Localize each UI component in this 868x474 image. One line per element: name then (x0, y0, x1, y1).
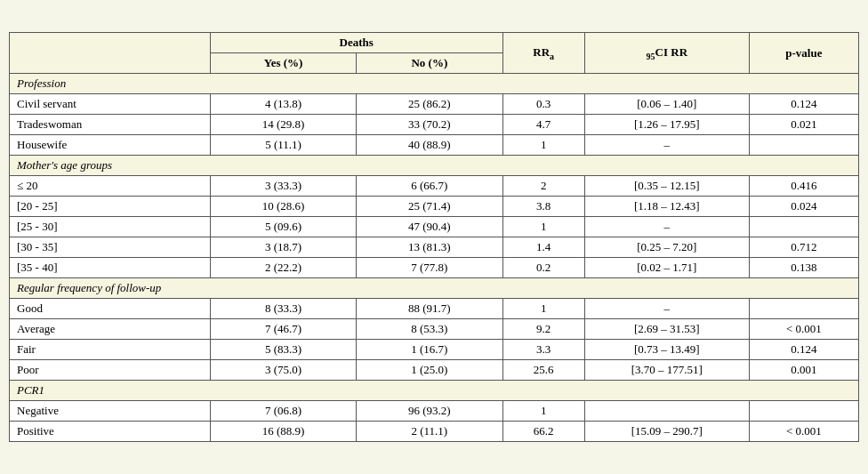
row-label: [20 - 25] (10, 197, 211, 217)
row-ci: [2.69 – 31.53] (584, 319, 749, 340)
row-ci (584, 401, 749, 422)
row-no: 1 (25.0) (357, 360, 502, 381)
row-yes: 14 (29.8) (210, 115, 356, 135)
row-rr: 66.2 (502, 422, 584, 442)
row-ci: [0.35 – 12.15] (584, 176, 749, 197)
yes-header: Yes (%) (210, 53, 356, 74)
table-row: Fair5 (83.3)1 (16.7)3.3[0.73 – 13.49]0.1… (10, 340, 859, 360)
row-ci: – (584, 135, 749, 156)
row-label: Negative (10, 401, 211, 422)
rr-label: RR (533, 45, 550, 59)
row-label: Good (10, 299, 211, 319)
row-p: 0.138 (749, 258, 858, 278)
row-yes: 7 (46.7) (210, 319, 356, 340)
row-label: [35 - 40] (10, 258, 211, 278)
row-yes: 4 (13.8) (210, 94, 356, 115)
row-no: 40 (88.9) (357, 135, 502, 156)
col-empty-header (10, 33, 211, 74)
row-label: Average (10, 319, 211, 340)
row-yes: 16 (88.9) (210, 422, 356, 442)
row-rr: 1.4 (502, 237, 584, 258)
row-yes: 5 (09.6) (210, 217, 356, 237)
section-header-row: Mother's age groups (10, 156, 859, 176)
row-yes: 10 (28.6) (210, 197, 356, 217)
row-rr: 25.6 (502, 360, 584, 381)
row-rr: 0.2 (502, 258, 584, 278)
row-ci: [3.70 – 177.51] (584, 360, 749, 381)
deaths-group-header: Deaths (210, 33, 502, 53)
rr-header: RRa (502, 33, 584, 74)
row-label: Poor (10, 360, 211, 381)
row-ci: – (584, 217, 749, 237)
row-ci: [1.26 – 17.95] (584, 115, 749, 135)
row-label: [25 - 30] (10, 217, 211, 237)
table-row: [20 - 25]10 (28.6)25 (71.4)3.8[1.18 – 12… (10, 197, 859, 217)
row-p (749, 135, 858, 156)
row-no: 33 (70.2) (357, 115, 502, 135)
row-ci: [0.25 – 7.20] (584, 237, 749, 258)
row-no: 47 (90.4) (357, 217, 502, 237)
row-rr: 4.7 (502, 115, 584, 135)
row-label: Civil servant (10, 94, 211, 115)
row-no: 8 (53.3) (357, 319, 502, 340)
row-rr: 0.3 (502, 94, 584, 115)
ci-header: 95CI RR (584, 33, 749, 74)
table-row: [25 - 30]5 (09.6)47 (90.4)1– (10, 217, 859, 237)
row-rr: 1 (502, 217, 584, 237)
row-p (749, 299, 858, 319)
row-p: 0.024 (749, 197, 858, 217)
row-p: 0.021 (749, 115, 858, 135)
row-p (749, 401, 858, 422)
p-header: p-value (749, 33, 858, 74)
table-container: Deaths RRa 95CI RR p-value Yes (%) No (%… (9, 32, 859, 442)
row-no: 1 (16.7) (357, 340, 502, 360)
row-label: Positive (10, 422, 211, 442)
table-row: Good8 (33.3)88 (91.7)1– (10, 299, 859, 319)
table-row: Poor3 (75.0)1 (25.0)25.6[3.70 – 177.51]0… (10, 360, 859, 381)
row-no: 88 (91.7) (357, 299, 502, 319)
row-no: 25 (71.4) (357, 197, 502, 217)
row-p: 0.124 (749, 94, 858, 115)
row-yes: 8 (33.3) (210, 299, 356, 319)
table-row: ≤ 203 (33.3)6 (66.7)2[0.35 – 12.15]0.416 (10, 176, 859, 197)
ci-pre: 95 (647, 51, 655, 60)
row-ci: [0.06 – 1.40] (584, 94, 749, 115)
table-row: Housewife5 (11.1)40 (88.9)1– (10, 135, 859, 156)
row-yes: 2 (22.2) (210, 258, 356, 278)
section-label: PCR1 (10, 381, 859, 401)
row-p: < 0.001 (749, 422, 858, 442)
row-p (749, 217, 858, 237)
row-rr: 2 (502, 176, 584, 197)
rr-subscript: a (550, 51, 554, 60)
row-no: 25 (86.2) (357, 94, 502, 115)
row-yes: 5 (83.3) (210, 340, 356, 360)
section-header-row: Regular frequency of follow-up (10, 278, 859, 299)
row-rr: 9.2 (502, 319, 584, 340)
row-p: 0.124 (749, 340, 858, 360)
row-ci: [0.02 – 1.71] (584, 258, 749, 278)
row-rr: 1 (502, 299, 584, 319)
section-label: Profession (10, 74, 859, 94)
row-p: 0.416 (749, 176, 858, 197)
row-label: Tradeswoman (10, 115, 211, 135)
row-label: Fair (10, 340, 211, 360)
row-ci: [15.09 – 290.7] (584, 422, 749, 442)
row-no: 6 (66.7) (357, 176, 502, 197)
main-table: Deaths RRa 95CI RR p-value Yes (%) No (%… (9, 32, 859, 442)
table-row: Negative7 (06.8)96 (93.2)1 (10, 401, 859, 422)
section-header-row: PCR1 (10, 381, 859, 401)
row-yes: 7 (06.8) (210, 401, 356, 422)
row-p: < 0.001 (749, 319, 858, 340)
row-yes: 3 (75.0) (210, 360, 356, 381)
row-no: 7 (77.8) (357, 258, 502, 278)
row-p: 0.001 (749, 360, 858, 381)
table-row: Average7 (46.7)8 (53.3)9.2[2.69 – 31.53]… (10, 319, 859, 340)
row-label: Housewife (10, 135, 211, 156)
ci-label: CI RR (655, 45, 687, 59)
row-no: 13 (81.3) (357, 237, 502, 258)
no-header: No (%) (357, 53, 502, 74)
row-ci: [0.73 – 13.49] (584, 340, 749, 360)
table-row: Civil servant4 (13.8)25 (86.2)0.3[0.06 –… (10, 94, 859, 115)
table-row: Positive16 (88.9)2 (11.1)66.2[15.09 – 29… (10, 422, 859, 442)
row-rr: 1 (502, 135, 584, 156)
